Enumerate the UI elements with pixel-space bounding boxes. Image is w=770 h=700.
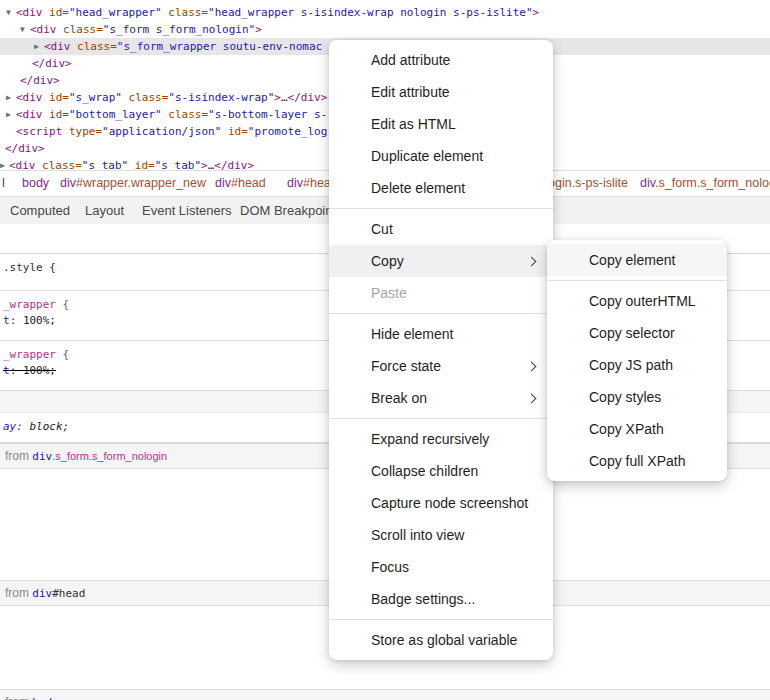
syntax-sel: .s_form.s_form_nologin: [52, 450, 167, 462]
syntax-val: "s_wrap": [69, 91, 122, 104]
syntax-attr: id=: [221, 125, 248, 138]
menu-item-edit-as-html[interactable]: Edit as HTML: [329, 108, 553, 140]
menu-separator: [329, 619, 553, 620]
syntax-suf: #wrapper.wrapper_new: [76, 176, 206, 190]
syntax-sel: _wrapper: [3, 348, 56, 361]
syntax-attr: class=: [122, 91, 168, 104]
submenu-arrow-icon: [527, 394, 537, 404]
menu-item-expand-recursively[interactable]: Expand recursively: [329, 423, 553, 455]
submenu-arrow-icon: [527, 257, 537, 267]
menu-item-copy-xpath[interactable]: Copy XPath: [547, 413, 727, 445]
syntax-val: "head_wrapper": [69, 6, 162, 19]
syntax-tag: </div>: [288, 91, 328, 104]
syntax-tag: </div>: [32, 57, 72, 70]
menu-item-copy-selector[interactable]: Copy selector: [547, 317, 727, 349]
menu-item-force-state[interactable]: Force state: [329, 350, 553, 382]
breadcrumb-item-7[interactable]: div.s_form.s_form_nolog: [640, 171, 770, 196]
syntax-val: "s_form_wrapper soutu-env-nomac: [117, 40, 322, 53]
menu-item-copy-element[interactable]: Copy element: [547, 244, 727, 276]
syntax-plain: :: [10, 364, 23, 377]
breadcrumb-item-1[interactable]: l: [2, 171, 5, 196]
menu-item-badge-settings[interactable]: Badge settings...: [329, 583, 553, 615]
syntax-tag: div: [287, 176, 303, 190]
collapse-arrow-icon[interactable]: ▼: [20, 21, 25, 38]
syntax-from: from: [5, 695, 32, 700]
syntax-val2: 100%;: [23, 364, 56, 377]
syntax-tag: >: [533, 6, 540, 19]
syntax-tag: <div: [16, 108, 43, 121]
menu-separator: [329, 418, 553, 419]
tab-layout[interactable]: Layout: [85, 197, 124, 225]
dom-tree-row-2[interactable]: ▼<div class="s_form s_form_nologin">: [0, 21, 770, 38]
syntax-tag: <div: [44, 40, 71, 53]
syntax-val: "s-bottom-layer s-: [208, 108, 327, 121]
syntax-dark: #head: [52, 587, 85, 600]
syntax-val2: block;: [30, 420, 70, 433]
menu-item-copy[interactable]: Copy: [329, 245, 553, 277]
menu-item-add-attribute[interactable]: Add attribute: [329, 44, 553, 76]
menu-item-copy-full-xpath[interactable]: Copy full XPath: [547, 445, 727, 477]
syntax-val2: 100%;: [23, 314, 56, 327]
menu-item-break-on[interactable]: Break on: [329, 382, 553, 414]
syntax-val: "s-isindex-wrap": [168, 91, 274, 104]
menu-item-hide-element[interactable]: Hide element: [329, 318, 553, 350]
syntax-suf: .s_form.s_form_nolog: [655, 176, 770, 190]
context-menu: Add attributeEdit attributeEdit as HTMLD…: [329, 40, 553, 660]
syntax-tag: <script: [16, 125, 62, 138]
menu-item-scroll-into-view[interactable]: Scroll into view: [329, 519, 553, 551]
syntax-tag: div: [60, 176, 76, 190]
expand-arrow-icon[interactable]: ▶: [6, 106, 11, 123]
syntax-tag: <div: [16, 91, 43, 104]
syntax-tag: div: [640, 176, 655, 190]
menu-item-store-as-global-variable[interactable]: Store as global variable: [329, 624, 553, 656]
breadcrumb-item-6[interactable]: ogin.s-ps-islite: [548, 171, 628, 196]
syntax-suf: ogin.s-ps-islite: [548, 176, 628, 190]
collapse-arrow-icon[interactable]: ▼: [6, 4, 11, 21]
syntax-attr: id=: [43, 6, 70, 19]
syntax-tag: >: [255, 23, 262, 36]
tab-dom-breakpoints[interactable]: DOM Breakpoints: [240, 197, 343, 225]
tab-computed[interactable]: Computed: [10, 197, 70, 225]
syntax-plain: …: [281, 91, 288, 104]
breadcrumb-item-3[interactable]: div#wrapper.wrapper_new: [60, 171, 206, 196]
syntax-tag: body: [22, 176, 49, 190]
expand-arrow-icon[interactable]: ▶: [34, 38, 39, 55]
syntax-attr: class=: [57, 23, 103, 36]
menu-item-copy-js-path[interactable]: Copy JS path: [547, 349, 727, 381]
dom-tree-row-1[interactable]: ▼<div id="head_wrapper" class="head_wrap…: [0, 4, 770, 21]
syntax-tag2: div: [32, 450, 52, 463]
menu-separator: [547, 280, 727, 281]
syntax-sel: _wrapper: [3, 298, 56, 311]
syntax-attr: class=: [162, 108, 208, 121]
menu-item-collapse-children[interactable]: Collapse children: [329, 455, 553, 487]
expand-arrow-icon[interactable]: ▶: [6, 89, 11, 106]
breadcrumb-item-2[interactable]: body: [22, 171, 49, 196]
syntax-prop: t: [3, 314, 10, 327]
syntax-val: "application/json": [102, 125, 221, 138]
tab-event-listeners[interactable]: Event Listeners: [142, 197, 232, 225]
menu-item-cut[interactable]: Cut: [329, 213, 553, 245]
syntax-plain: :: [10, 314, 23, 327]
menu-item-copy-styles[interactable]: Copy styles: [547, 381, 727, 413]
menu-item-focus[interactable]: Focus: [329, 551, 553, 583]
syntax-from: from: [5, 449, 32, 463]
syntax-val: "head_wrapper s-isindex-wrap nologin s-p…: [208, 6, 533, 19]
syntax-plain: l: [2, 176, 5, 190]
syntax-val: "promote_log: [248, 125, 327, 138]
syntax-tag2: div: [32, 587, 52, 600]
menu-item-copy-outerhtml[interactable]: Copy outerHTML: [547, 285, 727, 317]
syntax-brace: {: [56, 298, 69, 311]
menu-item-edit-attribute[interactable]: Edit attribute: [329, 76, 553, 108]
menu-item-capture-node-screenshot[interactable]: Capture node screenshot: [329, 487, 553, 519]
syntax-attr: class=: [71, 40, 117, 53]
syntax-prop: t: [3, 364, 10, 377]
syntax-attr: class=: [162, 6, 208, 19]
menu-separator: [329, 208, 553, 209]
menu-separator: [329, 313, 553, 314]
breadcrumb-item-4[interactable]: div#head: [215, 171, 266, 196]
menu-item-delete-element[interactable]: Delete element: [329, 172, 553, 204]
syntax-attr: id=: [43, 108, 70, 121]
menu-item-duplicate-element[interactable]: Duplicate element: [329, 140, 553, 172]
syntax-plain: .style {: [3, 261, 56, 274]
syntax-tag: div: [215, 176, 231, 190]
